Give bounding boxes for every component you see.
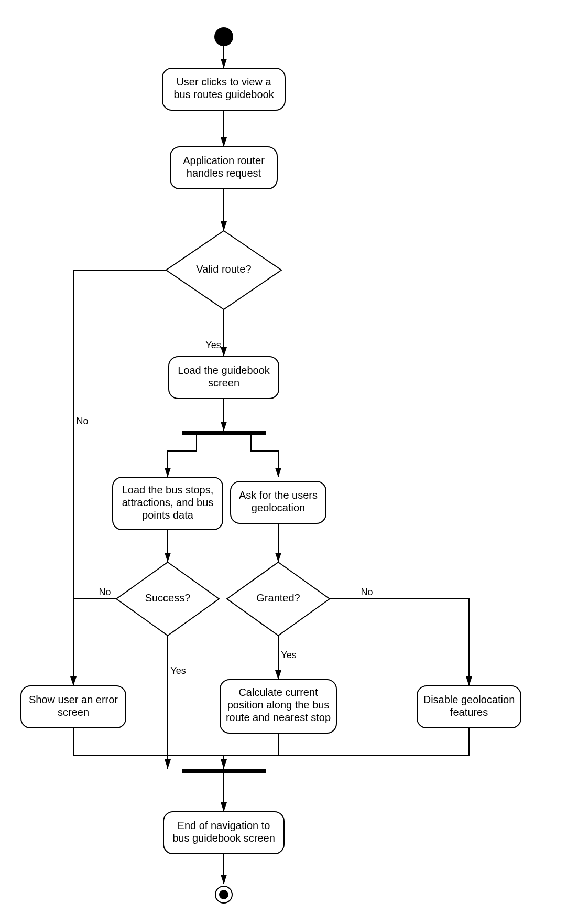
node-calc-position-line1: Calculate current bbox=[238, 686, 318, 698]
node-disable-geo-line1: Disable geolocation bbox=[423, 694, 515, 705]
edge-d2-no bbox=[73, 599, 116, 686]
fork-bar bbox=[182, 431, 266, 435]
node-app-router-line1: Application router bbox=[183, 155, 265, 166]
start-node bbox=[214, 27, 233, 46]
node-calc-position-line2: position along the bus bbox=[227, 699, 330, 711]
node-calc-position-line3: route and nearest stop bbox=[226, 712, 331, 723]
node-load-data-line1: Load the bus stops, bbox=[122, 484, 214, 496]
activity-diagram: User clicks to view a bus routes guidebo… bbox=[0, 0, 567, 924]
node-end-navigation-line2: bus guidebook screen bbox=[172, 832, 275, 844]
node-ask-geo-line2: geolocation bbox=[252, 502, 305, 513]
node-load-guidebook-line2: screen bbox=[208, 377, 239, 389]
join-bar bbox=[182, 769, 266, 773]
edge-d1-no-label: No bbox=[76, 416, 88, 426]
edge-n6-join bbox=[73, 728, 224, 769]
node-user-clicks-line1: User clicks to view a bbox=[176, 76, 271, 88]
decision-valid-route-label: Valid route? bbox=[196, 263, 251, 275]
node-app-router-line2: handles request bbox=[187, 167, 261, 179]
edge-d1-yes-label: Yes bbox=[205, 340, 221, 350]
node-load-guidebook-line1: Load the guidebook bbox=[178, 364, 270, 376]
node-ask-geo-line1: Ask for the users bbox=[239, 489, 318, 501]
edge-d3-no-label: No bbox=[361, 587, 373, 597]
edge-d3-yes-label: Yes bbox=[281, 650, 296, 660]
edge-d2-no-label: No bbox=[99, 587, 111, 597]
node-error-screen-line2: screen bbox=[58, 706, 89, 718]
edge-fork-n5 bbox=[251, 435, 278, 477]
decision-success-label: Success? bbox=[145, 592, 191, 604]
end-node-inner bbox=[219, 890, 228, 899]
node-load-data-line3: points data bbox=[142, 509, 194, 521]
edge-d3-no bbox=[330, 599, 469, 686]
decision-granted-label: Granted? bbox=[256, 592, 300, 604]
edge-d2-yes-label: Yes bbox=[170, 665, 186, 676]
node-error-screen-line1: Show user an error bbox=[29, 694, 118, 705]
node-user-clicks-line2: bus routes guidebook bbox=[173, 89, 274, 100]
edge-n7-join bbox=[224, 733, 278, 755]
node-end-navigation-line1: End of navigation to bbox=[178, 820, 270, 831]
node-disable-geo-line2: features bbox=[450, 706, 488, 718]
edge-fork-n4 bbox=[168, 435, 197, 477]
node-load-data-line2: attractions, and bus bbox=[122, 497, 214, 508]
